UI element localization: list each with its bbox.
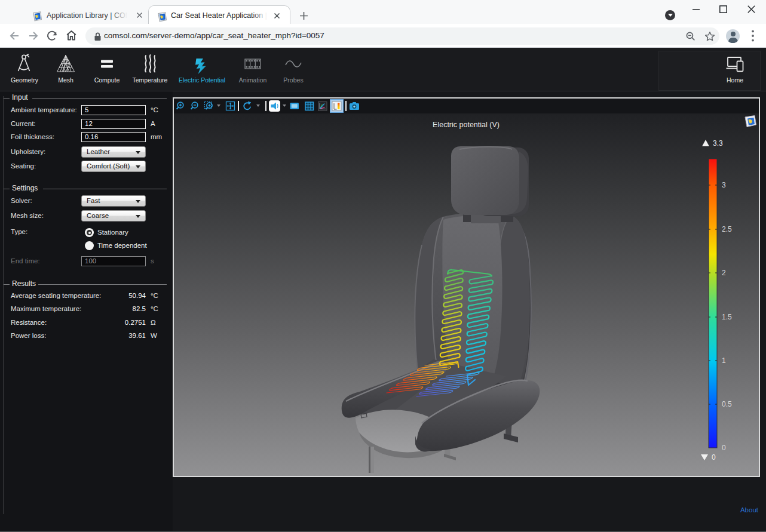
svg-text:2: 2 — [722, 269, 726, 277]
svg-text:2.5: 2.5 — [722, 225, 732, 233]
svg-text:Electric potential (V): Electric potential (V) — [433, 121, 500, 129]
svg-text:3: 3 — [722, 181, 726, 189]
svg-text:0: 0 — [722, 444, 726, 452]
svg-text:3.3: 3.3 — [713, 139, 723, 147]
svg-text:0.5: 0.5 — [722, 400, 732, 408]
svg-text:1.5: 1.5 — [722, 313, 732, 321]
svg-text:1: 1 — [722, 356, 726, 365]
svg-text:0: 0 — [712, 453, 716, 462]
